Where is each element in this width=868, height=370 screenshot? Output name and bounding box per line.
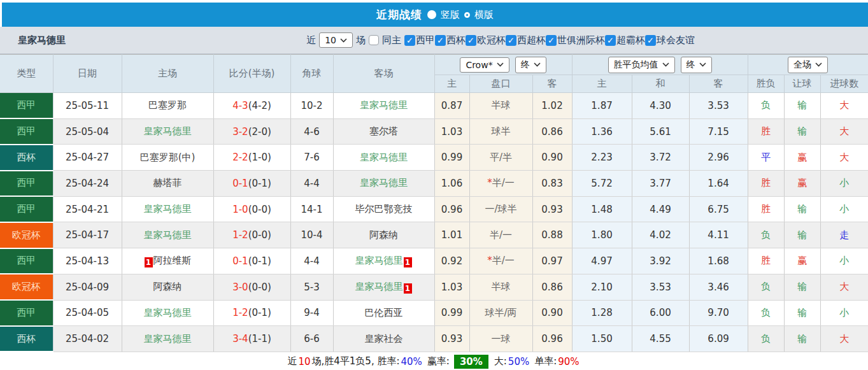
away-team-cell[interactable]: 毕尔巴鄂竞技 [333, 196, 434, 222]
league-checkbox[interactable]: ✓ [404, 35, 415, 46]
away-team-cell[interactable]: 阿森纳 [333, 222, 434, 248]
away-team-cell[interactable]: 巴伦西亚 [333, 300, 434, 326]
league-label[interactable]: 欧冠杯 [477, 34, 506, 46]
score-cell: 3-2(2-0) [213, 118, 290, 145]
league-filter-item: ✓欧冠杯 [466, 34, 506, 46]
same-home-checkbox[interactable] [369, 35, 379, 45]
team-link[interactable]: 皇家马德里 [355, 255, 403, 266]
league-label[interactable]: 西杯 [446, 34, 466, 46]
team-link[interactable]: 阿拉维斯 [153, 255, 192, 266]
league-label[interactable]: 世俱洲际杯 [557, 34, 605, 46]
home-team-cell[interactable]: 皇家马德里 [122, 300, 213, 326]
league-checkbox[interactable]: ✓ [546, 35, 557, 46]
score-cell: 0-1(0-1) [213, 248, 290, 274]
halftime-score: (1-1) [248, 333, 271, 345]
halftime-score: (2-0) [248, 126, 271, 138]
league-label[interactable]: 超霸杯 [616, 34, 645, 46]
team-link[interactable]: 皇家马德里 [360, 152, 408, 163]
away-team-cell[interactable]: 皇家马德里 [333, 93, 434, 119]
team-link[interactable]: 皇家马德里 [144, 307, 192, 318]
league-label[interactable]: 西超杯 [517, 34, 546, 46]
odds-company-select[interactable]: Crow* [460, 57, 509, 73]
home-team-cell[interactable]: 阿森纳 [122, 274, 213, 300]
scope-select[interactable]: 全场 [788, 57, 828, 73]
away-team-cell[interactable]: 皇家社会 [333, 326, 434, 352]
away-team-cell[interactable]: 皇家马德里 [333, 145, 434, 171]
league-type-badge: 西甲 [0, 248, 53, 274]
horizontal-layout-label[interactable]: 横版 [474, 9, 494, 21]
team-link[interactable]: 阿森纳 [153, 281, 182, 292]
match-count-select[interactable]: 10 [319, 32, 353, 48]
home-team-cell[interactable]: 皇家马德里 [122, 118, 213, 145]
handicap-line: *半/一 [469, 248, 532, 274]
league-label[interactable]: 西甲 [416, 34, 435, 46]
league-type-badge: 西甲 [0, 196, 53, 222]
col-header-score: 比分(半场) [213, 55, 290, 93]
home-team-cell[interactable]: 皇家马德里 [122, 196, 213, 222]
home-team-cell[interactable]: 巴塞罗那 [122, 93, 213, 119]
filter-bar: 皇家马德里 近 10 场 同主 ✓西甲✓西杯✓欧冠杯✓西超杯✓世俱洲际杯✓超霸杯… [0, 27, 868, 54]
same-home-label[interactable]: 同主 [382, 34, 401, 46]
corner-score: 14-1 [290, 196, 333, 222]
odds-home: 1.03 [434, 274, 469, 300]
team-link[interactable]: 皇家马德里 [360, 177, 408, 189]
home-team-cell[interactable]: 皇家马德里 [122, 222, 213, 248]
games-label: 场 [356, 34, 366, 46]
team-link[interactable]: 阿森纳 [369, 229, 398, 241]
score-cell: 1-2(0-1) [213, 300, 290, 326]
avg-draw-odds: 4.30 [632, 93, 689, 119]
col-header-date: 日期 [53, 55, 122, 93]
handicap-result-cell: 输 [784, 274, 820, 300]
avg-home-odds: 4.97 [572, 248, 632, 274]
team-link[interactable]: 皇家马德里 [144, 333, 192, 345]
league-checkbox[interactable]: ✓ [506, 35, 516, 46]
vertical-layout-radio[interactable] [427, 10, 436, 19]
league-filter-item: ✓西甲 [404, 34, 435, 46]
team-link[interactable]: 巴伦西亚 [365, 307, 403, 318]
avg-home-odds: 2.23 [572, 145, 632, 171]
odds-home: 0.87 [434, 93, 469, 119]
match-row: 西甲25-04-21皇家马德里1-0(0-0)14-1毕尔巴鄂竞技0.96一/球… [0, 196, 868, 222]
odds-period-select[interactable]: 终 [515, 57, 546, 73]
team-link[interactable]: 皇家马德里 [355, 281, 403, 292]
team-link[interactable]: 皇家马德里 [144, 203, 192, 215]
goals-result-cell: 小 [820, 300, 868, 326]
chevron-down-icon [497, 62, 504, 67]
match-row: 欧冠杯25-04-09阿森纳3-0(0-0)5-3皇家马德里11.03半球0.8… [0, 274, 868, 300]
team-link[interactable]: 皇家社会 [365, 333, 403, 345]
team-link[interactable]: 皇家马德里 [144, 229, 192, 241]
avg-home-odds: 1.28 [572, 300, 632, 326]
avg-draw-odds: 3.53 [632, 274, 689, 300]
league-checkbox[interactable]: ✓ [605, 35, 616, 46]
corner-score: 4-4 [290, 171, 333, 197]
team-link[interactable]: 巴塞罗那 [148, 99, 187, 111]
away-team-cell[interactable]: 塞尔塔 [333, 118, 434, 145]
handicap-result-cell: 输 [784, 93, 820, 119]
goals-result-cell: 小 [820, 248, 868, 274]
horizontal-layout-radio[interactable] [464, 12, 470, 18]
team-link[interactable]: 塞尔塔 [369, 125, 398, 137]
league-label[interactable]: 球会友谊 [657, 34, 695, 46]
league-filter-list: ✓西甲✓西杯✓欧冠杯✓西超杯✓世俱洲际杯✓超霸杯✓球会友谊 [404, 34, 695, 46]
team-link[interactable]: 皇家马德里 [360, 99, 408, 111]
home-team-cell[interactable]: 赫塔菲 [122, 171, 213, 197]
team-link[interactable]: 巴塞罗那(中) [140, 152, 196, 163]
team-link[interactable]: 皇家马德里 [144, 125, 192, 137]
away-team-cell[interactable]: 皇家马德里 [333, 171, 434, 197]
vertical-layout-label[interactable]: 竖版 [441, 9, 460, 21]
avg-odds-select[interactable]: 胜平负均值 [608, 57, 675, 73]
away-team-cell[interactable]: 皇家马德里1 [333, 248, 434, 274]
avg-period-select[interactable]: 终 [681, 57, 712, 73]
league-checkbox[interactable]: ✓ [645, 35, 656, 46]
team-link[interactable]: 毕尔巴鄂竞技 [355, 203, 413, 215]
league-checkbox[interactable]: ✓ [435, 35, 446, 46]
away-team-cell[interactable]: 皇家马德里1 [333, 274, 434, 300]
score-cell: 3-0(0-0) [213, 274, 290, 300]
home-team-cell[interactable]: 1阿拉维斯 [122, 248, 213, 274]
team-link[interactable]: 赫塔菲 [153, 177, 182, 189]
footer-profit-rate: 30% [454, 355, 488, 369]
odds-away: 0.88 [532, 222, 572, 248]
league-checkbox[interactable]: ✓ [466, 35, 476, 46]
home-team-cell[interactable]: 皇家马德里 [122, 326, 213, 352]
home-team-cell[interactable]: 巴塞罗那(中) [122, 145, 213, 171]
